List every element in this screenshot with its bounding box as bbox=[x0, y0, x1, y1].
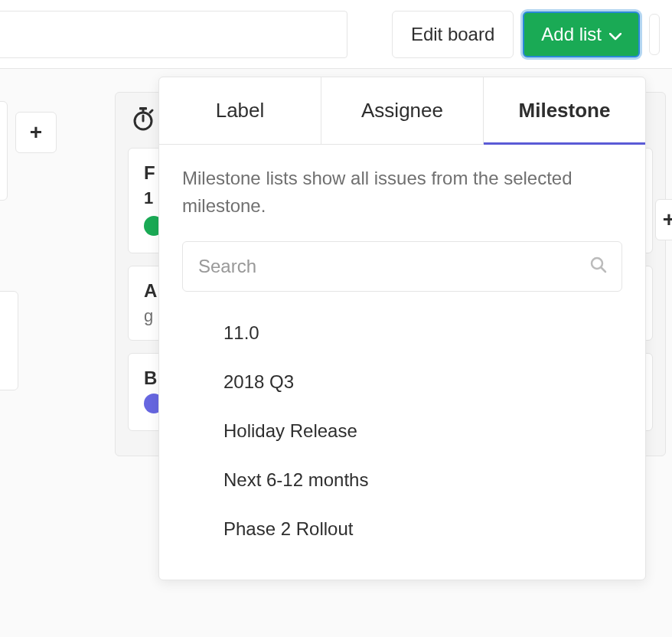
svg-line-6 bbox=[602, 268, 606, 273]
stopwatch-icon bbox=[131, 106, 155, 134]
chevron-down-icon bbox=[609, 24, 621, 45]
milestone-list: 11.0 2018 Q3 Holiday Release Next 6-12 m… bbox=[182, 309, 622, 554]
svg-line-4 bbox=[150, 110, 152, 113]
list-column-partial bbox=[0, 101, 8, 201]
list-column-partial-2 bbox=[0, 291, 18, 390]
search-icon bbox=[590, 256, 607, 276]
search-wrap bbox=[182, 241, 622, 292]
top-toolbar: Edit board Add list bbox=[0, 0, 672, 69]
add-list-label: Add list bbox=[541, 24, 602, 45]
milestone-item[interactable]: 11.0 bbox=[182, 309, 622, 358]
edit-board-button[interactable]: Edit board bbox=[392, 11, 514, 58]
tab-assignee[interactable]: Assignee bbox=[321, 77, 484, 144]
add-card-button-right[interactable]: + bbox=[655, 199, 672, 240]
add-card-button[interactable]: + bbox=[15, 112, 57, 153]
help-text: Milestone lists show all issues from the… bbox=[182, 165, 622, 220]
dropdown-body: Milestone lists show all issues from the… bbox=[159, 145, 645, 580]
filter-input[interactable] bbox=[0, 11, 347, 58]
tab-label[interactable]: Label bbox=[159, 77, 321, 144]
milestone-item[interactable]: Holiday Release bbox=[182, 407, 622, 456]
overflow-button[interactable] bbox=[649, 14, 660, 55]
milestone-item[interactable]: Phase 2 Rollout bbox=[182, 505, 622, 554]
add-list-button[interactable]: Add list bbox=[523, 11, 640, 57]
add-list-dropdown: Label Assignee Milestone Milestone lists… bbox=[158, 77, 646, 580]
tab-milestone[interactable]: Milestone bbox=[484, 77, 645, 144]
milestone-item[interactable]: 2018 Q3 bbox=[182, 358, 622, 407]
tab-bar: Label Assignee Milestone bbox=[159, 77, 645, 145]
milestone-item[interactable]: Next 6-12 months bbox=[182, 456, 622, 505]
search-input[interactable] bbox=[182, 241, 622, 292]
